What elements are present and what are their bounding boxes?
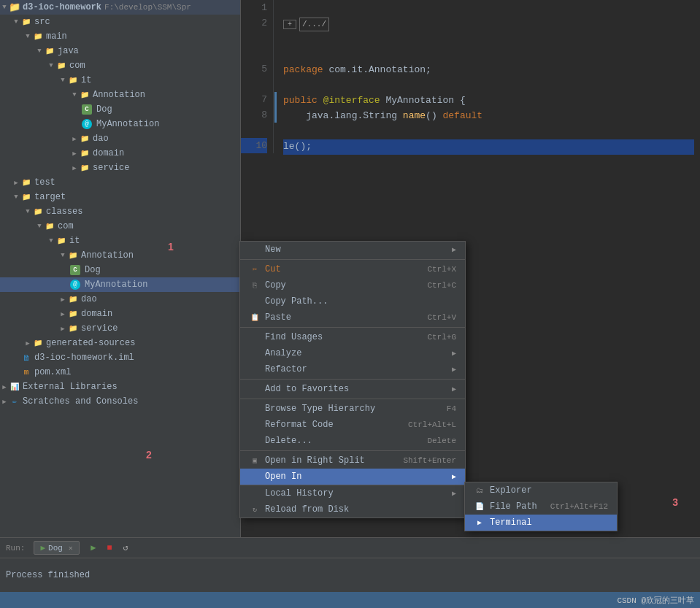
tree-item-dog2[interactable]: C Dog — [0, 263, 240, 277]
code-line-8: java.lang.String name () default — [283, 109, 694, 124]
tree-label-service: service — [93, 163, 129, 173]
tree-item-target[interactable]: ▼ 📁 target — [0, 190, 240, 204]
analyze-arrow: ▶ — [452, 349, 456, 358]
tree-item-scratch[interactable]: ▶ ✏ Scratches and Consoles — [0, 394, 240, 409]
menu-item-reload-from-disk[interactable]: ↻ Reload from Disk — [240, 501, 465, 517]
arrow-domain2: ▶ — [58, 310, 67, 318]
menu-item-reformat[interactable]: Reformat Code Ctrl+Alt+L — [240, 417, 465, 433]
tree-label-it: it — [81, 75, 91, 85]
menu-label-refactor: Refactor — [265, 364, 449, 374]
tree-item-myannotation2[interactable]: @ MyAnnotation — [0, 277, 240, 292]
menu-item-local-history[interactable]: Local History ▶ — [240, 485, 465, 501]
fold-toggle[interactable]: + — [283, 20, 296, 29]
menu-label-new: New — [265, 245, 449, 255]
menu-item-analyze[interactable]: Analyze ▶ — [240, 345, 465, 361]
tree-item-it2[interactable]: ▼ 📁 it — [0, 234, 240, 248]
menu-item-browse-hierarchy[interactable]: Browse Type Hierarchy F4 — [240, 401, 465, 417]
tree-item-generated-sources[interactable]: ▶ 📁 generated-sources — [0, 336, 240, 350]
tree-item-com2[interactable]: ▼ 📁 com — [0, 219, 240, 234]
tree-item-src[interactable]: ▼ 📁 src — [0, 15, 240, 29]
folder-icon-com: 📁 — [55, 60, 67, 72]
tree-item-com[interactable]: ▼ 📁 com — [0, 58, 240, 73]
menu-item-add-favorites[interactable]: Add to Favorites ▶ — [240, 381, 465, 397]
folder-icon-domain2: 📁 — [67, 308, 79, 320]
menu-label-local-history: Local History — [265, 488, 449, 499]
tree-item-extlib[interactable]: ▶ 📊 External Libraries — [0, 380, 240, 394]
parens: () — [426, 109, 442, 124]
code-line-3 — [283, 32, 694, 47]
run-controls: ▶ ■ ↺ — [82, 539, 136, 557]
tree-item-domain[interactable]: ▶ 📁 domain — [0, 146, 240, 161]
arrow-target: ▼ — [12, 193, 20, 201]
folder-icon-com2: 📁 — [44, 220, 55, 232]
tree-label-annotation: Annotation — [93, 90, 145, 100]
restart-button[interactable]: ↺ — [119, 542, 132, 555]
tree-item-classes[interactable]: ▼ 📁 classes — [0, 204, 240, 219]
tree-label-target: target — [34, 192, 66, 202]
tree-item-dao[interactable]: ▶ 📁 dao — [0, 131, 240, 146]
run-tab-dog[interactable]: ▶ Dog ✕ — [34, 541, 79, 555]
tree-item-pom[interactable]: ▶ m pom.xml — [0, 365, 240, 380]
arrow-test: ▶ — [12, 179, 20, 187]
tree-label-domain: domain — [93, 148, 124, 158]
folder-icon-service2: 📁 — [67, 323, 79, 334]
arrow-annotation2: ▼ — [58, 252, 67, 259]
close-tab-icon[interactable]: ✕ — [69, 544, 73, 553]
tree-item-myannotation[interactable]: @ MyAnnotation — [0, 117, 240, 131]
submenu-item-file-path[interactable]: 📄 File Path Ctrl+Alt+F12 — [465, 499, 617, 515]
tree-label-generated-sources: generated-sources — [46, 338, 135, 348]
favorites-arrow: ▶ — [452, 385, 456, 393]
tree-item-dao2[interactable]: ▶ 📁 dao — [0, 292, 240, 307]
separator-1 — [240, 259, 465, 260]
folder-icon-main: 📁 — [32, 31, 44, 42]
menu-item-open-right-split[interactable]: ▣ Open in Right Split Shift+Enter — [240, 453, 465, 469]
tree-item-domain2[interactable]: ▶ 📁 domain — [0, 307, 240, 321]
process-finished-text: Process finished — [6, 570, 90, 580]
tree-item-service2[interactable]: ▶ 📁 service — [0, 321, 240, 336]
tree-item-annotation2[interactable]: ▼ 📁 Annotation — [0, 248, 240, 263]
fold-indicator[interactable]: /.../ — [299, 18, 329, 32]
root-path: F:\develop\SSM\Spr — [104, 3, 191, 12]
tree-label-service2: service — [81, 323, 118, 334]
tree-item-service[interactable]: ▶ 📁 service — [0, 161, 240, 175]
menu-item-copy[interactable]: ⎘ Copy Ctrl+C — [240, 277, 465, 293]
class-name-myannotation: MyAnnotation — [385, 93, 454, 109]
menu-item-copy-path[interactable]: Copy Path... — [240, 293, 465, 309]
menu-item-open-in[interactable]: Open In ▶ — [240, 469, 465, 485]
tree-item-iml[interactable]: ▶ 🗎 d3-ioc-homework.iml — [0, 350, 240, 365]
menu-item-delete[interactable]: Delete... Delete — [240, 433, 465, 449]
menu-item-find-usages[interactable]: Find Usages Ctrl+G — [240, 329, 465, 345]
context-menu: New ▶ ✂ Cut Ctrl+X ⎘ Copy Ctrl+C Copy Pa… — [239, 241, 466, 518]
tree-item-main[interactable]: ▼ 📁 main — [0, 29, 240, 44]
code-line-6 — [283, 78, 694, 93]
package-name: com.it.Annotation; — [323, 63, 431, 78]
arrow-java: ▼ — [35, 47, 44, 55]
menu-item-new[interactable]: New ▶ — [240, 242, 465, 258]
menu-label-analyze: Analyze — [265, 348, 449, 358]
tree-item-dog[interactable]: C Dog — [0, 102, 240, 117]
tree-label-dao: dao — [93, 134, 109, 144]
submenu-item-terminal[interactable]: ▶ Terminal — [465, 515, 617, 531]
tree-item-annotation[interactable]: ▼ 📁 Annotation — [0, 88, 240, 102]
submenu-item-explorer[interactable]: 🗂 Explorer — [465, 482, 617, 499]
tree-label-main: main — [46, 31, 67, 42]
menu-label-add-favorites: Add to Favorites — [265, 384, 449, 394]
tree-item-test[interactable]: ▶ 📁 test — [0, 175, 240, 190]
class-icon-dog: C — [82, 104, 92, 115]
menu-item-refactor[interactable]: Refactor ▶ — [240, 361, 465, 377]
rerun-button[interactable]: ▶ — [87, 542, 100, 555]
arrow-com: ▼ — [47, 62, 55, 69]
explorer-icon: 🗂 — [474, 486, 485, 495]
bottom-bar: Run: ▶ Dog ✕ ▶ ■ ↺ Process finished — [0, 537, 700, 592]
tree-label-test: test — [34, 177, 55, 188]
folder-icon-classes: 📁 — [32, 206, 44, 218]
tree-item-java[interactable]: ▼ 📁 java — [0, 44, 240, 58]
code-line-9 — [283, 124, 694, 139]
menu-item-paste[interactable]: 📋 Paste Ctrl+V — [240, 309, 465, 326]
tree-item-root[interactable]: ▼ 📁 d3-ioc-homework F:\develop\SSM\Spr — [0, 0, 240, 15]
menu-item-cut[interactable]: ✂ Cut Ctrl+X — [240, 261, 465, 277]
gutter-mark — [274, 92, 277, 123]
copy-shortcut: Ctrl+C — [427, 281, 456, 290]
tree-item-it[interactable]: ▼ 📁 it — [0, 73, 240, 88]
stop-button[interactable]: ■ — [103, 542, 116, 555]
